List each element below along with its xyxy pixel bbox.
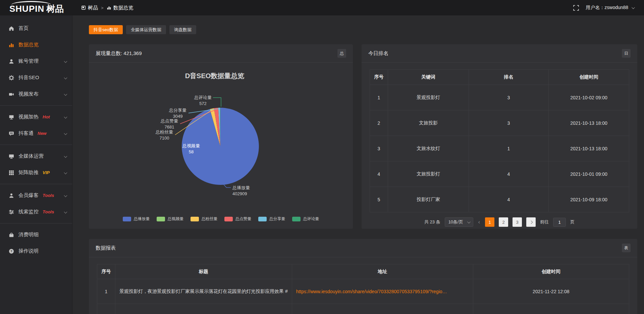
tab-inquiry-data[interactable]: 询盘数据: [169, 25, 196, 34]
cell-index: 1: [97, 279, 115, 304]
cell-index: 4: [370, 161, 388, 187]
user-dropdown[interactable]: 用户名：zswodun88: [586, 5, 634, 11]
vip-badge: VIP: [43, 170, 50, 175]
page-size-select[interactable]: 10条/页: [445, 217, 473, 227]
cell-created: 2021-10-13 18:00: [549, 110, 629, 136]
sidebar-item-data-overview[interactable]: 数据总览: [0, 37, 72, 53]
layers-icon: [81, 5, 86, 10]
app-logo: SHUPIN 树品: [0, 0, 72, 15]
chat-icon: [8, 130, 14, 136]
impressions-total-label: 展现量总数: 421,369: [96, 50, 142, 57]
next-page-button[interactable]: [526, 217, 536, 227]
sidebar-item-douketong[interactable]: 抖客通 New: [0, 125, 72, 142]
legend-item-likes[interactable]: 总点赞量: [224, 216, 252, 222]
label-comments: 总评论量: [194, 95, 212, 100]
legend-item-plays[interactable]: 总播放量: [123, 216, 150, 222]
sidebar-item-home[interactable]: 首页: [0, 20, 72, 37]
video-link[interactable]: https://www.iesdouyin.com/share/video/70…: [292, 279, 473, 304]
value-shares: 3049: [173, 114, 183, 119]
chart-title: D音SEO数据量总览: [185, 72, 245, 80]
bar-chart-icon: [8, 42, 14, 48]
cell-created: 2021-10-01 09:00: [549, 161, 629, 187]
table-header-row: 序号 标题 地址 创建时间: [97, 264, 629, 279]
value-plays: 402909: [232, 191, 247, 196]
new-badge: New: [38, 131, 47, 136]
topbar-right: 用户名：zswodun88: [573, 5, 634, 11]
legend-item-videos[interactable]: 总视频量: [157, 216, 184, 222]
cell-rank: 3: [469, 110, 549, 136]
legend-item-fans[interactable]: 总粉丝量: [191, 216, 218, 222]
sidebar-item-matrix-boost[interactable]: 矩阵助推 VIP: [0, 164, 72, 181]
sidebar: 首页 数据总览 账号管理 抖音SEO 视频发布: [0, 15, 72, 314]
cell-keyword: 文旅投影灯: [388, 161, 469, 187]
goto-page-input[interactable]: [553, 218, 566, 227]
ranking-table: 序号 关键词 排名 创建时间 1 景观投影灯 3 2021-10-02 09:0…: [370, 69, 629, 212]
fullscreen-icon[interactable]: [573, 5, 579, 11]
chevron-down-icon: [64, 155, 67, 158]
sidebar-item-spend-detail[interactable]: 消费明细: [0, 226, 72, 243]
chevron-down-icon: [64, 76, 67, 80]
data-tabs: 抖音seo数据 全媒体运营数据 询盘数据: [89, 25, 637, 34]
tab-douyin-seo-data[interactable]: 抖音seo数据: [89, 25, 123, 34]
sidebar-item-lead-monitor[interactable]: 线索监控 Tools: [0, 204, 72, 220]
value-comments: 572: [199, 101, 207, 106]
logo-arc: [11, 1, 51, 5]
goto-unit: 页: [570, 219, 575, 225]
day-toggle-button[interactable]: 日: [622, 49, 631, 58]
sidebar-item-omnimedia[interactable]: 全媒体运营: [0, 148, 72, 164]
tab-omnimedia-data[interactable]: 全媒体运营数据: [126, 25, 166, 34]
table-header-row: 序号 关键词 排名 创建时间: [370, 70, 629, 85]
cell-keyword: 文旅投影: [388, 110, 469, 136]
table-row: 5 投影灯厂家 4 2021-10-09 18:00: [370, 187, 629, 212]
pagination-total: 共 23 条: [424, 219, 440, 225]
member-icon: [8, 193, 14, 198]
wallet-icon: [8, 232, 14, 238]
table-row: 4 文旅投影灯 4 2021-10-01 09:00: [370, 161, 629, 187]
table-row: 1 景观投影灯，夜游景观投影灯厂家展示展示落花灯在花园里的灯光投影应用效果 # …: [97, 279, 629, 304]
cell-title: [115, 304, 292, 314]
legend-swatch: [292, 217, 301, 221]
legend-item-comments[interactable]: 总评论量: [292, 216, 319, 222]
table-toggle-button[interactable]: 表: [622, 244, 631, 252]
column-header: 地址: [292, 264, 473, 279]
column-header: 关键词: [388, 70, 469, 85]
help-icon: ?: [8, 248, 14, 254]
sidebar-divider: [0, 145, 72, 145]
column-header: 创建时间: [473, 264, 629, 279]
breadcrumb-root[interactable]: 树品: [81, 5, 98, 11]
user-icon: [8, 58, 14, 64]
table-row: 1 景观投影灯 3 2021-10-02 09:00: [370, 85, 629, 110]
gear-icon: [8, 75, 14, 81]
page-button-2[interactable]: 2: [499, 217, 508, 227]
cell-rank: 4: [469, 161, 549, 187]
main-content: 抖音seo数据 全媒体运营数据 询盘数据 展现量总数: 421,369 总 D音…: [72, 15, 644, 314]
pie-chart: D音SEO数据量总览 总评论量 572: [89, 63, 353, 228]
sidebar-divider: [0, 223, 72, 223]
sidebar-item-help[interactable]: ? 操作说明: [0, 243, 72, 259]
prev-page-button[interactable]: ‹: [478, 219, 481, 225]
cell-rank: 4: [469, 187, 549, 212]
cell-title: 景观投影灯，夜游景观投影灯厂家展示展示落花灯在花园里的灯光投影应用效果 #: [115, 279, 292, 304]
tools-badge: Tools: [43, 209, 54, 214]
page-button-1[interactable]: 1: [485, 217, 494, 227]
cell-index: 2: [370, 110, 388, 136]
column-header: 标题: [115, 264, 292, 279]
chevron-down-icon: [64, 210, 67, 214]
sidebar-item-video-heat[interactable]: 视频加热 Hot: [0, 109, 72, 125]
sidebar-divider: [0, 105, 72, 106]
sidebar-item-douyin-seo[interactable]: 抖音SEO: [0, 69, 72, 86]
sidebar-item-account[interactable]: 账号管理: [0, 53, 72, 69]
cell-index: 3: [370, 136, 388, 161]
legend-item-shares[interactable]: 总分享量: [258, 216, 285, 222]
goto-label: 前往: [540, 219, 549, 225]
total-toggle-button[interactable]: 总: [337, 49, 346, 58]
chevron-down-icon: [64, 132, 67, 135]
label-likes: 总点赞量: [160, 118, 178, 123]
seo-chart-card: 展现量总数: 421,369 总 D音SEO数据量总览: [89, 44, 353, 229]
sidebar-item-video-publish[interactable]: 视频发布: [0, 86, 72, 102]
page-button-3[interactable]: 3: [513, 217, 522, 227]
username-label: 用户名：zswodun88: [586, 5, 628, 10]
sidebar-item-member-burst[interactable]: 会员爆客 Tools: [0, 187, 72, 204]
breadcrumb-current[interactable]: 数据总览: [107, 5, 133, 11]
leader-line-comments: [213, 98, 221, 107]
